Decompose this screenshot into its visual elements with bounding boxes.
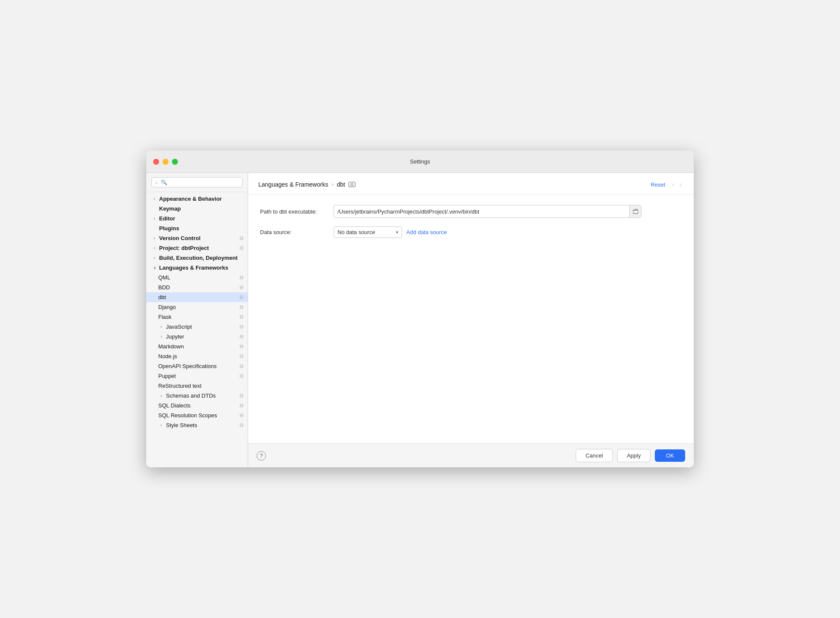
search-icon: ⌕ [155, 180, 158, 185]
main-panel: Languages & Frameworks › dbt ⊟ Reset ‹ ›… [248, 173, 694, 467]
chevron-right-icon: › [158, 324, 164, 330]
sidebar-item-version-control[interactable]: › Version Control ⊟ [146, 233, 248, 243]
sidebar-item-build[interactable]: › Build, Execution, Deployment [146, 253, 248, 263]
search-box: ⌕ [151, 177, 243, 187]
panel-body: Path to dbt executable: Data source: [248, 195, 694, 443]
path-input-container [334, 205, 642, 218]
sidebar-item-appearance[interactable]: › Appearance & Behavior [146, 194, 248, 204]
chevron-right-icon: › [151, 196, 157, 202]
sidebar-item-languages[interactable]: ∨ Languages & Frameworks [146, 263, 248, 273]
footer-left: ? [257, 451, 266, 461]
sidebar-item-flask[interactable]: Flask ⊟ [146, 312, 248, 322]
repo-icon: ⊟ [238, 294, 244, 300]
settings-window: Settings ⌕ › Appearance & Behavior [146, 151, 694, 467]
sidebar-item-nodejs[interactable]: Node.js ⊟ [146, 351, 248, 361]
apply-button[interactable]: Apply [617, 449, 651, 462]
sidebar-item-javascript[interactable]: › JavaScript ⊟ [146, 322, 248, 332]
sidebar-item-openapi[interactable]: OpenAPI Specifications ⊟ [146, 361, 248, 371]
search-container: ⌕ [146, 173, 248, 192]
sidebar-item-label: OpenAPI Specifications [158, 363, 238, 369]
browse-button[interactable] [629, 205, 641, 217]
chevron-right-icon: › [151, 216, 157, 222]
sidebar-item-label: Django [158, 304, 238, 310]
sidebar-item-django[interactable]: Django ⊟ [146, 302, 248, 312]
chevron-down-icon: ▾ [396, 230, 398, 235]
sidebar-item-label: Markdown [158, 343, 238, 350]
repo-icon: ⊟ [238, 373, 244, 379]
sidebar-item-restructured[interactable]: ReStructured text [146, 381, 248, 391]
sidebar-item-project[interactable]: › Project: dbtProject ⊟ [146, 243, 248, 253]
datasource-label: Data source: [260, 229, 328, 235]
sidebar-item-label: Flask [158, 314, 238, 320]
window-controls [153, 159, 178, 165]
repo-icon: ⊟ [238, 314, 244, 320]
reset-button[interactable]: Reset [651, 181, 665, 188]
sidebar-item-label: BDD [158, 284, 238, 291]
nav-buttons: ‹ › [670, 180, 683, 189]
sidebar-item-bdd[interactable]: BDD ⊟ [146, 282, 248, 292]
chevron-right-icon: › [158, 334, 164, 340]
datasource-select[interactable]: No data source ▾ [334, 226, 402, 238]
sidebar-item-label: Node.js [158, 353, 238, 360]
breadcrumb: Languages & Frameworks › dbt ⊟ [258, 181, 355, 188]
sidebar-item-label: dbt [158, 294, 238, 300]
repo-icon: ⊟ [238, 334, 244, 340]
sidebar-item-editor[interactable]: › Editor [146, 214, 248, 223]
window-title: Settings [410, 158, 430, 165]
sidebar-item-label: JavaScript [166, 324, 238, 330]
sidebar-item-sql-dialects[interactable]: SQL Dialects ⊟ [146, 401, 248, 410]
sidebar-item-label: Languages & Frameworks [159, 264, 244, 271]
help-button[interactable]: ? [257, 451, 266, 461]
minimize-button[interactable] [163, 159, 169, 165]
sidebar-item-label: Build, Execution, Deployment [159, 255, 244, 261]
repo-icon: ⊟ [238, 413, 244, 419]
panel-header: Languages & Frameworks › dbt ⊟ Reset ‹ › [248, 173, 694, 195]
repo-icon: ⊟ [238, 422, 244, 428]
repo-icon: ⊟ [238, 403, 244, 409]
footer-right: Cancel Apply OK [576, 449, 685, 462]
sidebar-item-label: SQL Resolution Scopes [158, 412, 238, 419]
sidebar-item-label: Style Sheets [166, 422, 238, 428]
search-input[interactable] [161, 179, 239, 185]
footer: ? Cancel Apply OK [248, 443, 694, 467]
titlebar: Settings [146, 151, 694, 173]
svg-rect-0 [633, 210, 638, 214]
datasource-row: Data source: No data source ▾ Add data s… [260, 226, 682, 238]
sidebar-item-jupyter[interactable]: › Jupyter ⊟ [146, 332, 248, 342]
sidebar-item-puppet[interactable]: Puppet ⊟ [146, 371, 248, 381]
sidebar-item-label: ReStructured text [158, 383, 244, 389]
close-button[interactable] [153, 159, 159, 165]
repo-icon: ⊟ [238, 363, 244, 369]
sidebar-item-label: SQL Dialects [158, 402, 238, 409]
spacer-icon [151, 206, 157, 212]
main-content-area: ⌕ › Appearance & Behavior Keymap › [146, 173, 694, 467]
path-input[interactable] [334, 206, 629, 217]
nav-back-button[interactable]: ‹ [670, 180, 676, 189]
sidebar-item-qml[interactable]: QML ⊟ [146, 273, 248, 282]
sidebar-item-keymap[interactable]: Keymap [146, 204, 248, 214]
repo-icon: ⊟ [238, 344, 244, 350]
sidebar-item-stylesheets[interactable]: › Style Sheets ⊟ [146, 420, 248, 430]
repo-icon: ⊟ [238, 245, 244, 251]
chevron-down-icon: ∨ [151, 265, 157, 271]
header-actions: Reset ‹ › [651, 180, 683, 189]
sidebar-item-sql-resolution[interactable]: SQL Resolution Scopes ⊟ [146, 410, 248, 420]
maximize-button[interactable] [172, 159, 178, 165]
path-label: Path to dbt executable: [260, 208, 328, 215]
sidebar-item-plugins[interactable]: Plugins [146, 223, 248, 233]
add-datasource-link[interactable]: Add data source [406, 229, 447, 235]
settings-icon[interactable]: ⊟ [349, 182, 355, 187]
sidebar-item-markdown[interactable]: Markdown ⊟ [146, 342, 248, 351]
chevron-right-icon: › [158, 393, 164, 399]
select-container: No data source ▾ Add data source [334, 226, 447, 238]
repo-icon: ⊟ [238, 235, 244, 241]
ok-button[interactable]: OK [655, 449, 685, 462]
sidebar-item-label: Jupyter [166, 333, 238, 340]
sidebar-item-label: Puppet [158, 373, 238, 379]
sidebar-item-label: Editor [159, 215, 244, 222]
cancel-button[interactable]: Cancel [576, 449, 612, 462]
sidebar-item-dbt[interactable]: dbt ⊟ [146, 292, 248, 302]
nav-forward-button[interactable]: › [678, 180, 683, 189]
sidebar-item-label: Project: dbtProject [159, 245, 238, 251]
sidebar-item-schemas[interactable]: › Schemas and DTDs ⊟ [146, 391, 248, 401]
